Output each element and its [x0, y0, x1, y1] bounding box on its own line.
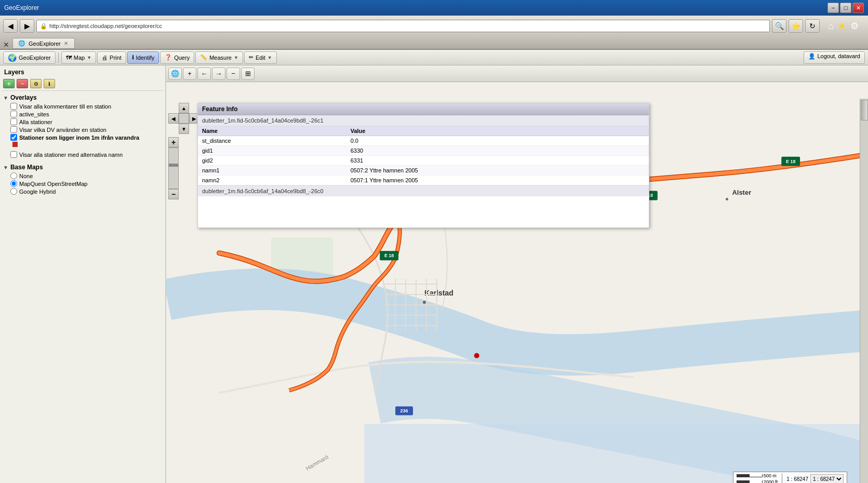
search-button[interactable]: 🔍 [772, 19, 786, 33]
basemap-none[interactable]: None [2, 172, 163, 180]
refresh-button[interactable]: ↻ [805, 19, 820, 33]
basemap-mapquest[interactable]: MapQuest OpenStreetMap [2, 180, 163, 187]
layer-color-indicator [12, 142, 18, 147]
query-label: Query [174, 55, 190, 61]
svg-point-26 [474, 353, 479, 358]
feature-info-table: Name Value st_distance 0.0 gid1 6330 [198, 126, 649, 185]
pan-up-button[interactable]: ▲ [179, 103, 189, 113]
minimize-button[interactable]: − [827, 3, 839, 13]
map-area[interactable]: 🌐 + ← → − ⊞ [166, 65, 868, 483]
identify-icon: ℹ [132, 54, 134, 61]
map-label: Map [74, 55, 85, 61]
layer-label-0: Visar alla kommentarer till en station [19, 103, 111, 110]
forward-button[interactable]: ▶ [20, 19, 34, 33]
basemap-radio-none[interactable] [10, 172, 17, 179]
layer-checkbox-1[interactable] [10, 111, 17, 117]
settings-icon[interactable]: ⚙ [850, 20, 859, 32]
zoom-prev-button[interactable]: ← [197, 68, 211, 80]
query-icon: ❓ [165, 54, 172, 61]
measure-button[interactable]: 📏 Measure ▼ [195, 51, 243, 64]
pan-left-button[interactable]: ◀ [168, 113, 179, 124]
zoom-in-button[interactable]: + [168, 137, 179, 147]
close-tab-icon[interactable]: ✕ [3, 41, 9, 49]
svg-rect-4 [781, 157, 800, 166]
scrollbar-thumb[interactable] [861, 100, 868, 120]
layers-grid-button[interactable]: ⊞ [241, 68, 255, 80]
layer-checkbox-2[interactable] [10, 118, 17, 125]
logout-button[interactable]: 👤 Logout, datavard [804, 51, 865, 64]
scale-select[interactable]: 1 : 68247 [810, 474, 844, 483]
zoom-out-tool-button[interactable]: − [226, 68, 240, 80]
cell-gid1-value: 6330 [346, 146, 649, 156]
layer-item-3[interactable]: Visar vilka DV använder en station [2, 126, 163, 133]
url-text: http://stnregtest.cloudapp.net/geoexplor… [49, 23, 162, 29]
layer-label-4: Stationer som ligger inom 1m ifrån varan… [19, 135, 139, 141]
star-button[interactable]: ⭐ [789, 19, 803, 33]
layer-checkbox-4[interactable] [10, 134, 17, 141]
col-value-header: Value [346, 126, 649, 136]
pan-down-button[interactable]: ▼ [179, 124, 189, 134]
basemap-radio-google[interactable] [10, 188, 17, 195]
zoom-next-button[interactable]: → [212, 68, 225, 80]
layer-checkbox-5[interactable] [10, 151, 17, 158]
feature-info-extra [198, 196, 649, 227]
add-layer-button[interactable]: + [3, 79, 15, 88]
svg-text:Hammarö: Hammarö [305, 453, 330, 471]
table-row: st_distance 0.0 [198, 136, 649, 146]
map-button[interactable]: 🗺 Map ▼ [61, 51, 96, 64]
basemap-label-google: Google Hybrid [19, 189, 56, 195]
identify-button[interactable]: ℹ Identify [127, 51, 159, 64]
layer-label-5: Visar alla stationer med alternativa nam… [19, 152, 123, 158]
remove-layer-button[interactable]: − [17, 79, 28, 88]
favorites-icon[interactable]: ★ [838, 20, 846, 32]
address-bar[interactable]: 🔒 http://stnregtest.cloudapp.net/geoexpl… [36, 20, 770, 32]
tab-close-button[interactable]: ✕ [64, 41, 68, 46]
layer-item-1[interactable]: active_sites [2, 110, 163, 118]
layer-item-0[interactable]: Visar alla kommentarer till en station [2, 102, 163, 110]
geoexplorer-icon: 🌍 [8, 53, 17, 62]
maximize-button[interactable]: □ [840, 3, 851, 13]
basemap-label-none: None [19, 173, 33, 179]
browser-tab[interactable]: 🌐 GeoExplorer ✕ [12, 38, 75, 49]
edit-button[interactable]: ✏ Edit ▼ [244, 51, 277, 64]
layer-options-button[interactable]: ⚙ [30, 79, 42, 88]
svg-text:Alster: Alster [732, 189, 751, 196]
geoexplorer-logo-button[interactable]: 🌍 GeoExplorer [3, 51, 56, 64]
zoom-handle[interactable] [169, 164, 178, 167]
svg-text:Karlstad: Karlstad [424, 289, 453, 297]
layer-checkbox-3[interactable] [10, 126, 17, 133]
measure-dropdown-arrow: ▼ [234, 55, 238, 60]
layer-item-5[interactable]: Visar alla stationer med alternativa nam… [2, 151, 163, 158]
layer-item-4[interactable]: Stationer som ligger inom 1m ifrån varan… [2, 133, 163, 141]
cell-gid1-name: gid1 [198, 146, 346, 156]
close-window-button[interactable]: ✕ [852, 3, 864, 13]
map-background[interactable]: E 18 E 18 E 18 E 18 E 18 E 18 [166, 82, 868, 483]
zoom-extent-button[interactable]: + [183, 68, 196, 80]
cell-st-distance-value: 0.0 [346, 136, 649, 146]
feature-info-header: Feature Info [198, 103, 649, 115]
zoom-out-button[interactable]: − [168, 189, 179, 199]
basemap-radio-mapquest[interactable] [10, 180, 17, 187]
svg-rect-24 [395, 406, 413, 415]
edit-label: Edit [256, 55, 265, 61]
layer-checkbox-0[interactable] [10, 103, 17, 110]
layer-item-2[interactable]: Alla stationer [2, 118, 163, 126]
cell-namn1-name: namn1 [198, 166, 346, 176]
identify-label: Identify [136, 55, 154, 61]
basemaps-header[interactable]: ▼ Base Maps [2, 163, 163, 172]
feature-info-panel: Feature Info dubletter_1m.fid-5c0cb6af_1… [197, 103, 649, 228]
globe-tool-button[interactable]: 🌐 [168, 68, 182, 80]
overlays-header[interactable]: ▼ Overlays [2, 93, 163, 102]
basemaps-label: Base Maps [10, 164, 43, 171]
basemaps-triangle: ▼ [3, 165, 8, 170]
measure-icon: 📏 [200, 54, 207, 61]
basemap-google[interactable]: Google Hybrid [2, 187, 163, 195]
home-icon[interactable]: ⌂ [828, 21, 834, 32]
back-button[interactable]: ◀ [3, 19, 18, 33]
right-scrollbar[interactable] [860, 99, 868, 483]
zoom-slider[interactable] [168, 147, 179, 189]
query-button[interactable]: ❓ Query [160, 51, 194, 64]
map-dropdown-arrow: ▼ [87, 55, 91, 60]
layer-info-button[interactable]: ℹ [44, 79, 55, 88]
print-button[interactable]: 🖨 Print [97, 51, 126, 64]
